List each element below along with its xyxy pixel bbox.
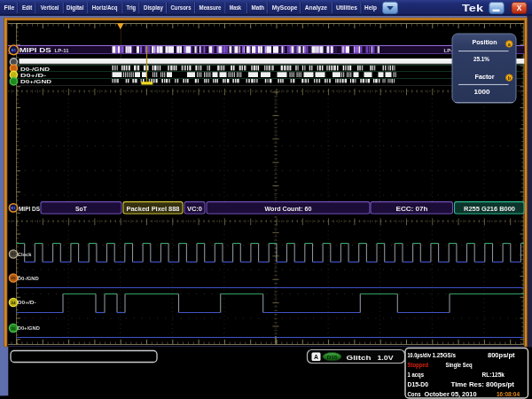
svg-text:1.25GS/s: 1.25GS/s (433, 352, 457, 358)
svg-text:Tek: Tek (462, 4, 484, 13)
svg-text:25.1%: 25.1% (473, 55, 489, 63)
svg-text:RL:125k: RL:125k (482, 372, 505, 378)
svg-text:Single Seq: Single Seq (446, 362, 473, 369)
svg-text:Math: Math (251, 4, 264, 11)
svg-text:B1: B1 (11, 206, 16, 210)
svg-text:1000: 1000 (474, 88, 491, 96)
svg-text:D5: D5 (11, 276, 16, 280)
svg-text:D4: D4 (11, 301, 16, 305)
svg-text:Mask: Mask (230, 4, 242, 11)
svg-text:R255 G216 B000: R255 G216 B000 (464, 206, 515, 212)
svg-text:Factor: Factor (475, 73, 495, 81)
svg-text:Edit: Edit (22, 4, 33, 11)
svg-text:Measure: Measure (200, 4, 222, 11)
svg-text:D0+/GND: D0+/GND (18, 325, 41, 331)
svg-text:B1: B1 (12, 48, 17, 52)
svg-text:D0-/GND: D0-/GND (20, 66, 51, 72)
svg-text:Packed Pixel 888: Packed Pixel 888 (127, 206, 180, 212)
svg-text:Time Res: 800ps/pt: Time Res: 800ps/pt (451, 381, 515, 388)
svg-text:October 05, 2010: October 05, 2010 (425, 391, 477, 398)
svg-text:D15: D15 (327, 356, 339, 360)
svg-text:D6: D6 (11, 326, 16, 331)
svg-text:Horiz/Acq: Horiz/Acq (92, 4, 118, 12)
svg-text:Vertical: Vertical (41, 4, 59, 11)
svg-text:16:08:04: 16:08:04 (497, 391, 520, 397)
svg-text:MyScope: MyScope (272, 4, 298, 12)
svg-text:A: A (314, 354, 318, 360)
svg-text:X: X (517, 4, 522, 12)
svg-text:File: File (4, 4, 14, 11)
svg-text:D0-/GND: D0-/GND (18, 276, 40, 281)
svg-text:LP-11: LP-11 (55, 48, 69, 53)
svg-text:ECC: 07h: ECC: 07h (396, 206, 428, 212)
svg-text:Digital: Digital (66, 4, 84, 12)
svg-text:Display: Display (144, 4, 163, 12)
svg-text:Glitch: Glitch (347, 354, 372, 362)
svg-text:D0+/GND: D0+/GND (20, 78, 52, 84)
svg-text:Cons: Cons (408, 391, 421, 397)
svg-text:D3: D3 (11, 252, 16, 256)
svg-text:1 acqs: 1 acqs (408, 372, 425, 379)
svg-text:Stopped: Stopped (408, 362, 429, 369)
svg-text:SoT: SoT (75, 206, 88, 212)
svg-text:10.0µs/div: 10.0µs/div (408, 352, 432, 359)
svg-text:800ps/pt: 800ps/pt (488, 352, 515, 359)
svg-text:D0+/D-: D0+/D- (18, 300, 36, 305)
svg-text:1.0V: 1.0V (378, 354, 394, 362)
svg-text:Position: Position (473, 38, 497, 46)
svg-text:D0+/D-: D0+/D- (20, 72, 46, 78)
svg-text:VC:0: VC:0 (187, 206, 202, 212)
svg-text:Help: Help (364, 4, 377, 12)
svg-text:Analyze: Analyze (305, 4, 328, 12)
svg-text:Cursors: Cursors (171, 4, 192, 11)
svg-text:MIPI DS: MIPI DS (19, 206, 40, 212)
svg-text:Word Count: 60: Word Count: 60 (265, 206, 312, 212)
svg-text:D15-D0: D15-D0 (408, 381, 429, 387)
svg-text:Utilities: Utilities (336, 4, 357, 11)
svg-text:MIPI DS: MIPI DS (20, 47, 51, 53)
svg-text:Clock: Clock (18, 252, 32, 257)
svg-text:Trig: Trig (127, 4, 137, 12)
